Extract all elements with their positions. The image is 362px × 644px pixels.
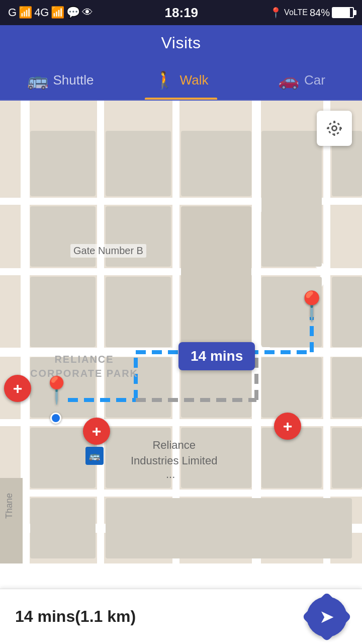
svg-rect-20 [261,131,322,267]
svg-point-43 [332,126,337,131]
status-bar: G 📶 4G 📶 💬 👁 18:19 📍 VoLTE 84% [0,0,362,25]
signal-bars: 📶 [19,6,32,19]
app-title: Visits [161,34,201,52]
tabs-container: 🚌 Shuttle 🚶 Walk 🚗 Car [0,60,362,101]
navigate-button[interactable]: ➤ [307,597,347,637]
bus-stop-icon: 🚌 [85,447,104,465]
svg-point-44 [328,122,340,134]
svg-rect-36 [0,478,23,564]
location-button[interactable] [317,111,352,146]
svg-rect-17 [106,206,171,267]
svg-rect-34 [332,428,362,488]
svg-rect-18 [106,277,171,347]
gate-label: Gate Number B [70,244,146,258]
volte-icon: VoLTE [284,8,308,17]
thane-road-label: Thane [4,493,15,519]
map-container[interactable]: Gate Number B RELIANCECORPORATE PARK Rel… [0,101,362,564]
shuttle-label: Shuttle [53,72,94,88]
signal-4g: 4G [34,6,49,19]
start-marker: 📍 [40,375,73,406]
battery-percent: 84% [310,7,330,19]
bottom-bar: 14 mins(1.1 km) ➤ [0,589,362,644]
duration-badge: 14 mins [178,342,255,370]
signal-bars2: 📶 [51,6,64,19]
svg-rect-25 [30,498,96,558]
svg-rect-14 [181,131,251,196]
app-header: Visits [0,25,362,60]
add-marker-left[interactable]: + [4,375,31,402]
status-right: 📍 VoLTE 84% [269,7,354,19]
add-marker-right[interactable]: + [274,413,301,440]
svg-rect-32 [332,357,362,418]
message-icon: 💬 [66,6,80,19]
location-icon: 📍 [269,7,282,19]
tab-car[interactable]: 🚗 Car [241,60,362,100]
tab-walk[interactable]: 🚶 Walk [121,60,241,100]
company-label: RelianceIndustries Limited [131,438,217,469]
walk-icon: 🚶 [154,70,175,90]
battery-icon [332,7,354,18]
walk-label: Walk [180,72,209,88]
map-background [0,101,362,564]
svg-rect-31 [261,357,322,418]
status-time: 18:19 [165,5,199,21]
tab-shuttle[interactable]: 🚌 Shuttle [0,60,121,100]
ellipsis-label: ... [166,468,175,481]
eye-icon: 👁 [82,6,93,19]
svg-rect-35 [106,498,352,558]
svg-rect-19 [181,206,251,347]
svg-rect-16 [30,277,96,347]
car-icon: 🚗 [278,70,299,90]
bottom-duration: 14 mins(1.1 km) [15,607,136,626]
car-label: Car [304,72,325,88]
add-marker-bottom-left[interactable]: + [83,418,110,445]
status-left: G 📶 4G 📶 💬 👁 [8,6,93,19]
navigate-icon: ➤ [319,606,334,627]
svg-rect-22 [332,277,362,347]
signal-icon: G [8,6,17,19]
shuttle-icon: 🚌 [27,70,48,90]
destination-pin: 📍 [294,289,329,323]
svg-rect-13 [106,131,171,196]
svg-rect-15 [30,206,96,267]
svg-rect-12 [30,131,96,196]
current-location-dot [50,413,61,424]
